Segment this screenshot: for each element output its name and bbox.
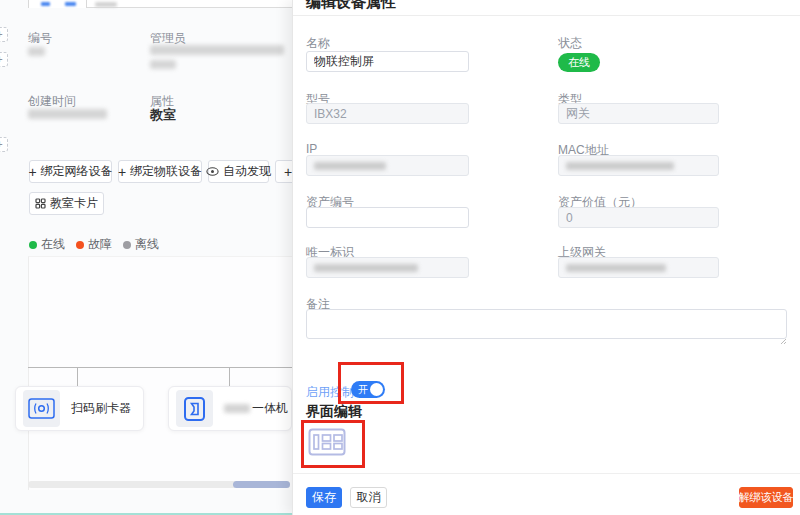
auto-discover-button[interactable]: 自动发现 xyxy=(208,160,269,183)
tree-connector xyxy=(77,367,78,386)
grid-icon xyxy=(35,198,46,209)
name-input[interactable] xyxy=(306,51,469,72)
plus-icon: + xyxy=(118,165,126,179)
extra-add-button[interactable]: + xyxy=(275,160,292,183)
redacted-admin-value-2 xyxy=(150,60,176,69)
plus-icon: + xyxy=(284,165,292,179)
device-name: 扫码刷卡器 xyxy=(71,400,131,417)
redacted-mac-value xyxy=(566,162,674,170)
drawer-footer-divider xyxy=(293,473,800,474)
online-dot xyxy=(29,241,37,249)
annotation-box-toggle xyxy=(338,362,404,404)
name-label: 名称 xyxy=(306,35,330,52)
unbind-device-button[interactable]: 解绑该设备 xyxy=(739,487,793,508)
device-name: 一体机 xyxy=(224,400,288,417)
tab-label-fragment xyxy=(41,2,50,6)
scrollbar-thumb[interactable] xyxy=(233,481,290,488)
redacted-name-prefix xyxy=(224,404,250,413)
display-icon xyxy=(176,390,213,427)
eye-icon xyxy=(206,167,219,176)
ip-input xyxy=(306,155,469,176)
tab-active[interactable] xyxy=(28,0,87,8)
bind-iot-device-button[interactable]: + 绑定物联设备 xyxy=(118,160,202,183)
fault-dot xyxy=(76,241,84,249)
device-name-suffix: 一体机 xyxy=(252,400,288,417)
asset-value-input xyxy=(558,207,719,228)
mac-input xyxy=(558,155,719,176)
classroom-card-button[interactable]: 教室卡片 xyxy=(29,192,104,215)
redacted-gateway-value xyxy=(566,264,666,272)
device-card-all-in-one[interactable]: 一体机 xyxy=(168,386,292,431)
device-card-card-reader[interactable]: 扫码刷卡器 xyxy=(15,386,144,431)
field-label-created: 创建时间 xyxy=(28,93,76,110)
status-label: 状态 xyxy=(558,35,582,52)
drawer-title-divider xyxy=(293,15,800,16)
legend-online-label: 在线 xyxy=(41,236,65,253)
save-button[interactable]: 保存 xyxy=(306,487,342,508)
legend-offline: 离线 xyxy=(123,236,159,253)
legend-offline-label: 离线 xyxy=(135,236,159,253)
legend-online: 在线 xyxy=(29,236,65,253)
interface-edit-heading: 界面编辑 xyxy=(306,403,362,421)
redacted-number-value xyxy=(28,47,45,56)
redacted-uid-value xyxy=(314,264,418,272)
legend-fault: 故障 xyxy=(76,236,112,253)
edit-device-drawer: 编辑设备属性 名称 状态 在线 型号 类型 IP MAC地址 资产编号 资产价值… xyxy=(292,0,800,515)
device-detail-page: + + + 编号 管理员 创建时间 属性 教室 + 绑定网络设备 + 绑定物联设… xyxy=(0,0,292,515)
offline-dot xyxy=(123,241,131,249)
field-label-number: 编号 xyxy=(28,30,52,47)
auto-discover-label: 自动发现 xyxy=(223,163,271,180)
classroom-card-label: 教室卡片 xyxy=(50,195,98,212)
redacted-created-value xyxy=(28,109,107,119)
legend-fault-label: 故障 xyxy=(88,236,112,253)
bind-network-device-button[interactable]: + 绑定网络设备 xyxy=(29,160,112,183)
tab-strip[interactable] xyxy=(28,0,292,8)
tree-connector xyxy=(229,367,230,386)
tab-label-redacted xyxy=(95,2,117,7)
uid-input xyxy=(306,257,469,278)
status-badge: 在线 xyxy=(558,53,600,72)
drawer-title: 编辑设备属性 xyxy=(306,0,396,12)
plus-icon: + xyxy=(28,165,36,179)
redacted-admin-value xyxy=(150,45,284,55)
edge-add-button[interactable]: + xyxy=(0,137,8,152)
type-input xyxy=(558,103,719,124)
card-reader-icon xyxy=(23,390,60,427)
asset-no-input[interactable] xyxy=(306,207,469,228)
topology-panel xyxy=(28,256,292,490)
annotation-box-layout xyxy=(301,420,365,468)
horizontal-scrollbar[interactable] xyxy=(28,481,290,488)
bind-iot-device-label: 绑定物联设备 xyxy=(130,163,202,180)
remark-textarea[interactable] xyxy=(306,309,787,339)
edge-add-button[interactable]: + xyxy=(0,27,8,42)
model-input xyxy=(306,103,469,124)
redacted-ip-value xyxy=(314,162,386,170)
edge-add-button[interactable]: + xyxy=(0,52,8,67)
tree-branch-line xyxy=(28,367,292,368)
gateway-input xyxy=(558,257,719,278)
cancel-button[interactable]: 取消 xyxy=(350,487,387,508)
tab-label-fragment xyxy=(65,2,76,6)
attribute-value: 教室 xyxy=(150,106,176,124)
ip-label: IP xyxy=(306,142,317,156)
screen: + + + 编号 管理员 创建时间 属性 教室 + 绑定网络设备 + 绑定物联设… xyxy=(0,0,800,515)
bind-network-device-label: 绑定网络设备 xyxy=(41,163,113,180)
